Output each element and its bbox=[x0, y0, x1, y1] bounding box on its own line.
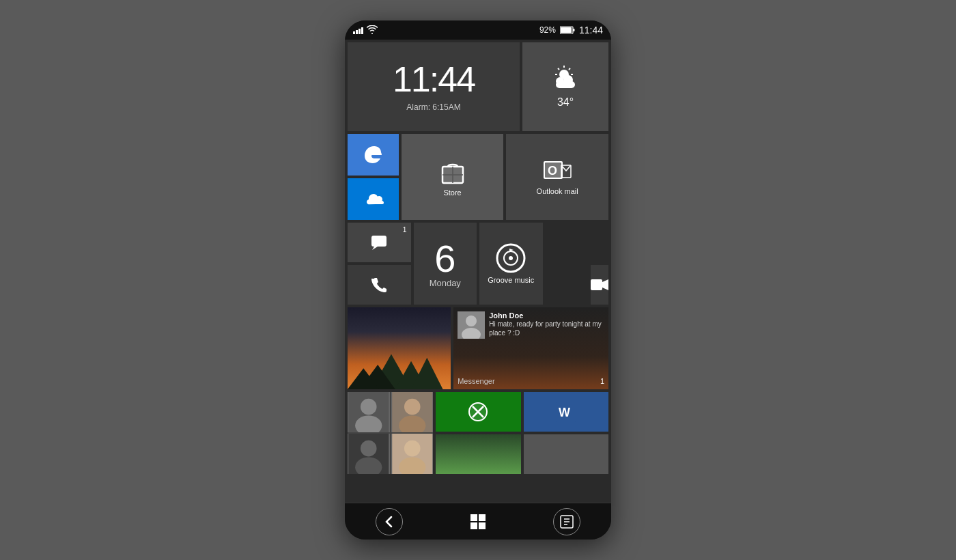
svg-point-46 bbox=[404, 440, 420, 457]
groove-tile[interactable]: Groove music bbox=[479, 223, 543, 305]
tent-tile[interactable] bbox=[436, 434, 521, 474]
contact-photo-2 bbox=[391, 392, 434, 432]
messenger-content: John Doe Hi mate, ready for party tonigh… bbox=[453, 307, 608, 389]
svg-point-43 bbox=[361, 440, 377, 457]
row-2: Store O Outlook mail bbox=[348, 134, 608, 220]
svg-line-9 bbox=[569, 68, 570, 70]
contact-photo-4 bbox=[391, 434, 434, 474]
svg-marker-27 bbox=[602, 279, 608, 290]
messenger-avatar bbox=[458, 311, 485, 339]
store-tile[interactable]: Store bbox=[402, 134, 504, 220]
svg-rect-54 bbox=[470, 514, 477, 521]
svg-rect-2 bbox=[573, 29, 575, 31]
xbox-tile[interactable] bbox=[436, 392, 521, 432]
messenger-contact-name: John Doe bbox=[489, 311, 604, 320]
back-icon bbox=[382, 515, 396, 529]
svg-point-34 bbox=[466, 316, 477, 326]
search-icon bbox=[559, 514, 574, 529]
right-bottom-row bbox=[436, 434, 608, 474]
word-tile[interactable]: W bbox=[524, 392, 609, 432]
status-left bbox=[353, 25, 378, 35]
misc-tile[interactable] bbox=[524, 434, 609, 474]
edge-icon bbox=[362, 144, 384, 166]
messenger-footer: Messenger 1 bbox=[458, 377, 604, 385]
status-time: 11:44 bbox=[579, 25, 603, 36]
phone-frame: 92% 11:44 11:44 Alarm: 6:15AM bbox=[345, 20, 611, 540]
status-right: 92% 11:44 bbox=[539, 25, 603, 36]
svg-point-25 bbox=[509, 256, 513, 260]
landscape-tile[interactable] bbox=[348, 307, 451, 389]
messenger-app-label: Messenger bbox=[458, 377, 494, 385]
messenger-text: John Doe Hi mate, ready for party tonigh… bbox=[489, 311, 604, 337]
clock-alarm: Alarm: 6:15AM bbox=[406, 102, 460, 112]
messaging-icon bbox=[371, 235, 387, 250]
weather-temp: 34° bbox=[557, 96, 574, 109]
messenger-badge-count: 1 bbox=[600, 377, 604, 385]
outlook-tile[interactable]: O Outlook mail bbox=[506, 134, 608, 220]
right-top-row: W bbox=[436, 392, 608, 432]
messenger-notification: John Doe Hi mate, ready for party tonigh… bbox=[458, 311, 604, 339]
outlook-label: Outlook mail bbox=[537, 187, 578, 195]
svg-point-40 bbox=[404, 399, 420, 415]
onedrive-icon bbox=[362, 192, 384, 207]
messaging-badge: 1 bbox=[402, 225, 406, 234]
tent-bg bbox=[436, 434, 521, 474]
svg-rect-1 bbox=[561, 27, 572, 33]
battery-icon bbox=[560, 26, 575, 34]
video-tile[interactable] bbox=[591, 265, 608, 305]
contact-photo-3 bbox=[348, 434, 390, 474]
word-icon: W bbox=[556, 402, 576, 422]
nav-bar bbox=[345, 503, 611, 540]
signal-bars-icon bbox=[353, 26, 363, 34]
windows-button[interactable] bbox=[464, 508, 492, 535]
groove-label: Groove music bbox=[488, 276, 534, 284]
store-icon bbox=[438, 157, 467, 186]
svg-point-37 bbox=[361, 399, 377, 415]
svg-point-11 bbox=[556, 77, 564, 85]
video-icon bbox=[591, 278, 608, 292]
svg-text:O: O bbox=[548, 164, 557, 178]
svg-rect-57 bbox=[479, 522, 486, 529]
svg-point-51 bbox=[469, 403, 487, 421]
status-bar: 92% 11:44 bbox=[345, 20, 611, 40]
svg-rect-55 bbox=[479, 514, 486, 521]
edge-tile[interactable] bbox=[348, 134, 399, 176]
store-label: Store bbox=[443, 188, 461, 197]
wifi-icon bbox=[367, 25, 378, 35]
groove-icon bbox=[496, 243, 526, 273]
clock-tile[interactable]: 11:44 Alarm: 6:15AM bbox=[348, 42, 520, 131]
messenger-tile[interactable]: John Doe Hi mate, ready for party tonigh… bbox=[453, 307, 608, 389]
svg-line-8 bbox=[558, 68, 559, 70]
messenger-message: Hi mate, ready for party tonight at my p… bbox=[489, 320, 604, 337]
row-5: W bbox=[348, 392, 608, 474]
phone-tile[interactable] bbox=[348, 265, 411, 305]
weather-tile[interactable]: 34° bbox=[522, 42, 608, 131]
contacts-tile[interactable] bbox=[348, 392, 433, 474]
row-4: John Doe Hi mate, ready for party tonigh… bbox=[348, 307, 608, 389]
search-button[interactable] bbox=[553, 508, 580, 535]
phone-icon bbox=[371, 277, 386, 292]
xbox-icon bbox=[468, 402, 488, 422]
row-1: 11:44 Alarm: 6:15AM 34 bbox=[348, 42, 608, 131]
row-3: 1 6 Monday bbox=[348, 223, 608, 305]
right-column: W bbox=[436, 392, 608, 474]
tile-area: 11:44 Alarm: 6:15AM 34 bbox=[345, 40, 611, 503]
calendar-number: 6 bbox=[434, 240, 455, 278]
svg-point-12 bbox=[563, 75, 573, 85]
calendar-day: Monday bbox=[430, 278, 461, 288]
clock-time: 11:44 bbox=[393, 61, 475, 97]
windows-icon bbox=[470, 514, 486, 529]
back-button[interactable] bbox=[376, 508, 403, 535]
messaging-tile[interactable]: 1 bbox=[348, 223, 411, 262]
svg-text:W: W bbox=[559, 406, 570, 419]
svg-marker-22 bbox=[372, 247, 378, 250]
battery-percent: 92% bbox=[539, 25, 556, 35]
contact-photo-1 bbox=[348, 392, 390, 432]
svg-rect-26 bbox=[591, 279, 602, 290]
svg-rect-56 bbox=[470, 522, 477, 529]
svg-rect-21 bbox=[371, 236, 386, 247]
trees-icon bbox=[348, 340, 451, 389]
onedrive-tile[interactable] bbox=[348, 178, 399, 220]
calendar-tile[interactable]: 6 Monday bbox=[414, 223, 477, 305]
outlook-icon: O bbox=[542, 158, 572, 184]
